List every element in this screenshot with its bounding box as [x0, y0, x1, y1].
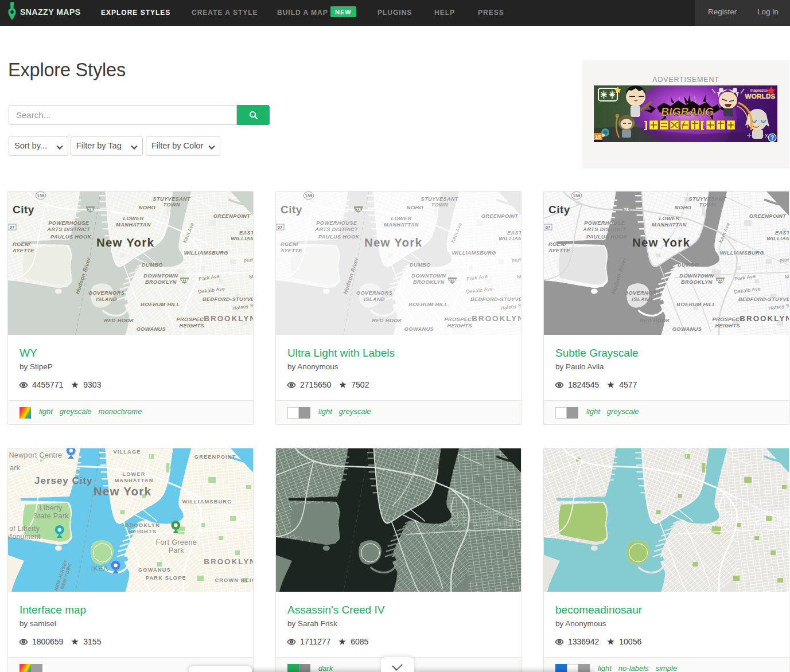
svg-text:?: ? [770, 135, 774, 141]
svg-text:15: 15 [595, 134, 601, 140]
svg-text:BIGBANG: BIGBANG [661, 106, 714, 118]
svg-text:WORLDS: WORLDS [745, 93, 776, 100]
